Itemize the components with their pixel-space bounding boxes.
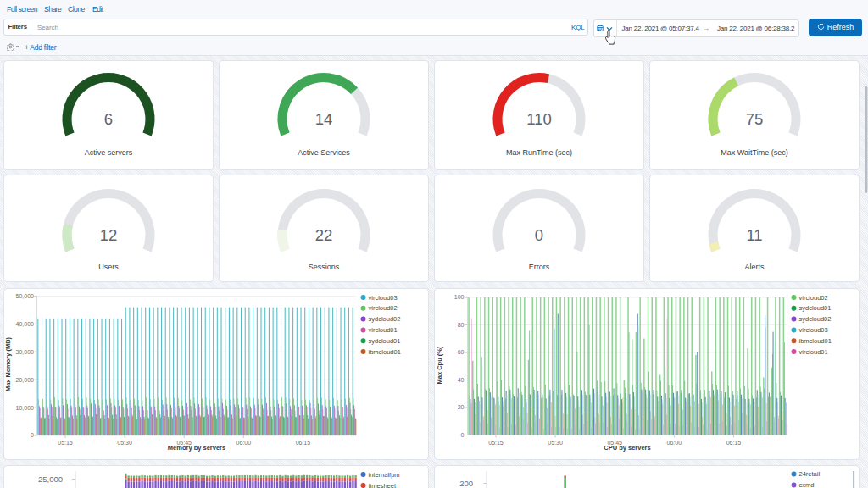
- svg-text:10,000: 10,000: [16, 405, 35, 411]
- svg-text:40,000: 40,000: [16, 321, 35, 327]
- svg-text:50,000: 50,000: [16, 293, 35, 299]
- svg-text:Sessions: Sessions: [309, 263, 340, 271]
- svg-text:05:15: 05:15: [488, 440, 504, 446]
- svg-text:200: 200: [459, 479, 473, 488]
- svg-text:vircloud01: vircloud01: [799, 348, 828, 356]
- svg-text:sydcloud02: sydcloud02: [369, 315, 401, 323]
- svg-text:24retail: 24retail: [799, 470, 821, 478]
- svg-text:CPU by servers: CPU by servers: [604, 444, 650, 452]
- svg-text:sydcloud01: sydcloud01: [799, 304, 832, 312]
- svg-text:05:30: 05:30: [548, 440, 563, 446]
- svg-text:0: 0: [31, 432, 34, 438]
- svg-text:60: 60: [458, 349, 465, 355]
- svg-text:Active Services: Active Services: [298, 148, 350, 157]
- svg-text:20,000: 20,000: [16, 377, 35, 383]
- svg-text:vircloud02: vircloud02: [369, 304, 398, 312]
- svg-text:Max RunTime (sec): Max RunTime (sec): [506, 148, 572, 157]
- svg-text:80: 80: [458, 322, 465, 328]
- svg-text:sydcloud02: sydcloud02: [799, 315, 832, 323]
- svg-text:30,000: 30,000: [16, 349, 35, 355]
- svg-text:05:15: 05:15: [58, 440, 73, 446]
- svg-text:05:30: 05:30: [117, 440, 132, 446]
- svg-text:25,000: 25,000: [38, 474, 63, 484]
- svg-text:6: 6: [104, 110, 113, 128]
- svg-text:vircloud03: vircloud03: [369, 294, 398, 302]
- svg-text:internalfpm: internalfpm: [369, 471, 400, 479]
- svg-text:110: 110: [526, 110, 552, 128]
- svg-text:22: 22: [315, 226, 333, 244]
- svg-text:Max Cpu (%): Max Cpu (%): [436, 346, 443, 385]
- svg-text:ibmcloud01: ibmcloud01: [369, 348, 401, 356]
- svg-text:06:00: 06:00: [667, 440, 682, 446]
- svg-text:vircloud02: vircloud02: [799, 294, 828, 302]
- svg-text:0: 0: [461, 432, 465, 438]
- svg-text:Alerts: Alerts: [744, 263, 765, 271]
- svg-text:Active servers: Active servers: [85, 148, 133, 157]
- svg-text:06:15: 06:15: [296, 440, 311, 446]
- svg-text:Users: Users: [98, 263, 119, 271]
- svg-text:vircloud01: vircloud01: [369, 326, 398, 334]
- svg-text:Errors: Errors: [529, 263, 550, 271]
- svg-text:vircloud03: vircloud03: [799, 326, 828, 334]
- svg-text:06:15: 06:15: [726, 440, 742, 446]
- svg-text:20: 20: [458, 404, 465, 410]
- svg-text:Max WaitTime (sec): Max WaitTime (sec): [721, 148, 787, 157]
- svg-text:06:00: 06:00: [236, 440, 252, 446]
- svg-text:timesheet: timesheet: [369, 482, 397, 488]
- svg-text:14: 14: [315, 110, 333, 128]
- svg-text:ibmcloud01: ibmcloud01: [799, 337, 832, 345]
- svg-text:Max Memory (MB): Max Memory (MB): [4, 336, 12, 391]
- svg-text:sydcloud01: sydcloud01: [369, 337, 401, 345]
- svg-text:cxmd: cxmd: [799, 481, 815, 488]
- svg-text:40: 40: [458, 377, 465, 383]
- svg-text:12: 12: [100, 226, 118, 244]
- svg-text:100: 100: [454, 294, 465, 300]
- svg-text:Memory by servers: Memory by servers: [168, 444, 225, 452]
- svg-text:11: 11: [746, 226, 762, 244]
- svg-text:0: 0: [535, 226, 543, 244]
- svg-text:75: 75: [746, 110, 764, 128]
